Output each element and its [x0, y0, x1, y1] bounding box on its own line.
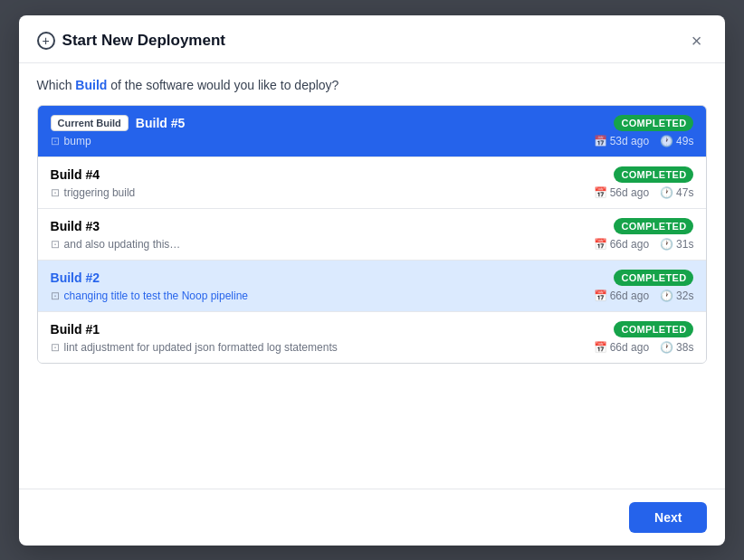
- build-4-bottom: ⊡ triggering build 📅 56d ago 🕐 47s: [51, 186, 694, 199]
- build-link[interactable]: Build: [75, 78, 107, 92]
- build-list: Current Build Build #5 COMPLETED ⊡ bump …: [37, 105, 708, 364]
- build-row-3-top: Build #3 COMPLETED: [51, 218, 694, 234]
- modal-body: Which Build of the software would you li…: [19, 63, 726, 489]
- build-5-meta: 📅 53d ago 🕐 49s: [594, 135, 694, 147]
- build-row-2-top: Build #2 COMPLETED: [51, 270, 694, 286]
- empty-area: [37, 364, 708, 481]
- calendar-icon-4: 📅: [594, 186, 607, 199]
- build-2-commit-link[interactable]: changing title to test the Noop pipeline: [64, 289, 248, 302]
- build-2-duration: 🕐 32s: [660, 289, 693, 302]
- build-1-commit: ⊡ lint adjustment for updated json forma…: [51, 341, 338, 354]
- build-1-title-group: Build #1: [51, 322, 100, 337]
- commit-icon-4: ⊡: [51, 186, 60, 199]
- modal-subtitle: Which Build of the software would you li…: [37, 78, 708, 92]
- build-3-commit: ⊡ and also updating this…: [51, 238, 181, 251]
- build-2-title-group: Build #2: [51, 271, 100, 285]
- build-4-duration: 🕐 47s: [660, 186, 693, 199]
- build-4-meta: 📅 56d ago 🕐 47s: [594, 186, 694, 199]
- build-1-bottom: ⊡ lint adjustment for updated json forma…: [51, 341, 694, 354]
- commit-icon-3: ⊡: [51, 238, 60, 251]
- build-1-name: Build #1: [51, 322, 100, 337]
- build-5-age: 📅 53d ago: [594, 135, 649, 147]
- build-row-1[interactable]: Build #1 COMPLETED ⊡ lint adjustment for…: [38, 312, 707, 363]
- calendar-icon-2: 📅: [594, 289, 607, 302]
- build-1-commit-msg: lint adjustment for updated json formatt…: [64, 341, 338, 354]
- build-3-age: 📅 66d ago: [594, 238, 649, 251]
- plus-circle-icon: +: [37, 32, 55, 50]
- build-3-meta: 📅 66d ago 🕐 31s: [594, 238, 694, 251]
- build-3-duration: 🕐 31s: [660, 238, 693, 251]
- clock-icon-2: 🕐: [660, 289, 673, 302]
- build-2-status: COMPLETED: [614, 270, 693, 286]
- build-5-title-group: Current Build Build #5: [51, 115, 186, 131]
- commit-icon-1: ⊡: [51, 341, 60, 354]
- clock-icon-1: 🕐: [660, 341, 673, 354]
- current-build-badge: Current Build: [51, 115, 129, 131]
- build-4-age: 📅 56d ago: [594, 186, 649, 199]
- build-5-name: Build #5: [136, 116, 185, 130]
- build-row-2[interactable]: Build #2 COMPLETED ⊡ changing title to t…: [38, 261, 707, 312]
- build-row-5[interactable]: Current Build Build #5 COMPLETED ⊡ bump …: [38, 106, 707, 157]
- build-2-commit: ⊡ changing title to test the Noop pipeli…: [51, 289, 248, 302]
- next-button[interactable]: Next: [629, 502, 707, 533]
- build-2-name: Build #2: [51, 271, 100, 285]
- build-3-title-group: Build #3: [51, 219, 100, 233]
- calendar-icon-5: 📅: [594, 135, 607, 147]
- calendar-icon-1: 📅: [594, 341, 607, 354]
- build-4-name: Build #4: [51, 167, 100, 182]
- clock-icon-4: 🕐: [660, 186, 673, 199]
- modal-footer: Next: [19, 489, 726, 546]
- modal-title: Start New Deployment: [62, 32, 225, 50]
- clock-icon-3: 🕐: [660, 238, 673, 251]
- build-2-bottom: ⊡ changing title to test the Noop pipeli…: [51, 289, 694, 302]
- build-row-4-top: Build #4 COMPLETED: [51, 166, 694, 183]
- build-1-status: COMPLETED: [614, 321, 693, 337]
- build-row-3[interactable]: Build #3 COMPLETED ⊡ and also updating t…: [38, 209, 707, 261]
- build-1-age: 📅 66d ago: [594, 341, 649, 354]
- commit-icon-5: ⊡: [51, 135, 60, 147]
- clock-icon-5: 🕐: [660, 135, 673, 147]
- build-4-commit-msg: triggering build: [64, 186, 136, 199]
- calendar-icon-3: 📅: [594, 238, 607, 251]
- build-row-5-top: Current Build Build #5 COMPLETED: [51, 115, 694, 131]
- build-1-duration: 🕐 38s: [660, 341, 693, 354]
- build-5-commit: ⊡ bump: [51, 135, 91, 147]
- build-2-meta: 📅 66d ago 🕐 32s: [594, 289, 694, 302]
- build-row-4[interactable]: Build #4 COMPLETED ⊡ triggering build 📅: [38, 157, 707, 209]
- build-row-1-top: Build #1 COMPLETED: [51, 321, 694, 337]
- deployment-modal: + Start New Deployment × Which Build of …: [19, 15, 726, 546]
- build-3-commit-msg: and also updating this…: [64, 238, 181, 251]
- build-4-status: COMPLETED: [614, 166, 693, 183]
- build-3-status: COMPLETED: [614, 218, 693, 234]
- close-button[interactable]: ×: [686, 30, 708, 52]
- build-3-bottom: ⊡ and also updating this… 📅 66d ago 🕐 31…: [51, 238, 694, 251]
- build-3-name: Build #3: [51, 219, 100, 233]
- build-5-bottom: ⊡ bump 📅 53d ago 🕐 49s: [51, 135, 694, 147]
- modal-title-row: + Start New Deployment: [37, 32, 225, 50]
- build-2-age: 📅 66d ago: [594, 289, 649, 302]
- build-5-commit-msg: bump: [64, 135, 91, 147]
- build-1-meta: 📅 66d ago 🕐 38s: [594, 341, 694, 354]
- modal-overlay: + Start New Deployment × Which Build of …: [0, 0, 744, 560]
- build-4-commit: ⊡ triggering build: [51, 186, 136, 199]
- modal-header: + Start New Deployment ×: [19, 15, 726, 63]
- commit-icon-2: ⊡: [51, 289, 60, 302]
- build-5-status: COMPLETED: [614, 115, 693, 131]
- build-5-duration: 🕐 49s: [660, 135, 693, 147]
- build-4-title-group: Build #4: [51, 167, 100, 182]
